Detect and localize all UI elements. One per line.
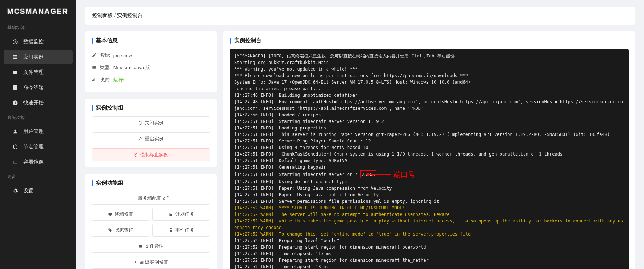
advanced-settings-button[interactable]: 高级实例设置 <box>92 256 210 269</box>
server-config-button[interactable]: 服务端配置文件 <box>92 192 210 205</box>
arrow-icon <box>369 174 391 175</box>
file-manage-button[interactable]: 文件管理 <box>92 240 210 253</box>
logo-text: MCSMANAGER <box>7 7 69 16</box>
console-card: 实例控制台 [MCSMANAGER] [INFO] 仿真终端模式已生效，您可以直… <box>223 31 635 269</box>
advanced-settings-label: 高级实例设置 <box>140 259 168 265</box>
console-title: 实例控制台 <box>230 37 629 44</box>
restart-btn-label: 重启实例 <box>145 136 164 142</box>
terminal-line: [14:27:52 INFO]: Preparing level "world" <box>234 237 624 244</box>
breadcrumb: 控制面板 / 实例控制台 <box>85 7 635 25</box>
sidebar-item-instances[interactable]: 应用实例 <box>4 50 73 64</box>
sidebar-item-settings[interactable]: 设置 <box>4 184 73 198</box>
folder-icon <box>12 69 18 75</box>
scheduled-tasks-label: 计划任务 <box>175 211 194 217</box>
file-manage-label: 文件管理 <box>145 243 164 249</box>
file-icon <box>169 228 173 232</box>
terminal-line: [14:27:51 INFO]: Paper: Using Java compr… <box>234 185 624 192</box>
terminal-line: [14:27:52 WARN]: The server will make no… <box>234 211 624 218</box>
tag-icon <box>108 228 112 232</box>
terminal-line: [14:27:51 INFO]: Using 4 threads for Net… <box>234 144 624 151</box>
terminal-line: [14:27:51 INFO]: This server is running … <box>234 131 624 138</box>
terminal-line: *** Warning, you've not updated in a whi… <box>234 66 624 72</box>
terminal-line: [14:27:52 WARN]: **** SERVER IS RUNNING … <box>234 205 624 211</box>
status-query-label: 状态查询 <box>115 227 133 233</box>
node-icon <box>12 144 18 150</box>
type-label: 类型: <box>100 64 111 71</box>
basic-info-card: 基本信息 名称: jon snow 类型: Minecraft Java 版 状… <box>85 31 217 92</box>
info-name: 名称: jon snow <box>92 49 210 61</box>
section-more-label: 更多 <box>0 170 76 183</box>
terminal-line: [14:27:51 INFO]: Starting minecraft serv… <box>234 118 624 125</box>
sidebar-item-files[interactable]: 文件管理 <box>4 65 73 80</box>
sidebar-item-label: 数据监控 <box>23 39 44 45</box>
section-basic-label: 基础功能 <box>0 21 76 34</box>
main-content: 控制面板 / 实例控制台 基本信息 名称: jon snow 类型: Minec… <box>76 0 644 269</box>
sidebar-item-label: 容器镜像 <box>23 159 44 165</box>
terminal-line: Loading libraries, please wait... <box>234 85 624 92</box>
terminal-line: Starting org.bukkit.craftbukkit.Main <box>234 59 624 66</box>
calendar-icon <box>169 212 173 216</box>
event-tasks-button[interactable]: 事件任务 <box>152 224 210 237</box>
terminal-icon <box>12 85 18 91</box>
sidebar: MCSMANAGER 基础功能 数据监控 应用实例 文件管理 命令终端 快速开始… <box>0 0 76 269</box>
sidebar-item-terminal[interactable]: 命令终端 <box>4 80 73 95</box>
gear-icon <box>12 188 18 194</box>
clock-icon <box>12 39 18 45</box>
terminal-settings-button[interactable]: 终端设置 <box>92 208 149 221</box>
reload-icon <box>138 137 143 141</box>
danger-icon <box>133 153 138 157</box>
kill-btn-label: 强制终止实例 <box>140 152 168 158</box>
sidebar-item-label: 设置 <box>23 188 33 194</box>
event-tasks-label: 事件任务 <box>175 227 194 233</box>
basic-info-title: 基本信息 <box>92 37 210 44</box>
terminal-settings-label: 终端设置 <box>115 211 133 217</box>
terminal-line: *** Please download a new build as per i… <box>234 72 624 79</box>
stop-icon <box>138 121 143 125</box>
terminal-line: [14:27:46 INFO]: Building unoptimized da… <box>234 92 624 99</box>
terminal-output[interactable]: [MCSMANAGER] [INFO] 仿真终端模式已生效，您可以直接在终端内直… <box>230 49 629 269</box>
kill-instance-button[interactable]: 强制终止实例 <box>92 148 210 161</box>
control-group-card: 实例控制组 关闭实例 重启实例 强制终止实例 <box>85 99 217 167</box>
logo: MCSMANAGER <box>0 4 76 21</box>
terminal-line: [14:27:52 INFO]: Preparing start region … <box>234 257 624 264</box>
close-btn-label: 关闭实例 <box>145 120 164 126</box>
status-query-button[interactable]: 状态查询 <box>92 224 149 237</box>
sidebar-item-label: 文件管理 <box>23 69 44 76</box>
sidebar-item-nodes[interactable]: 节点管理 <box>4 140 73 154</box>
name-label: 名称: <box>100 52 111 59</box>
terminal-line: [MCSMANAGER] [INFO] 仿真终端模式已生效，您可以直接在终端内直… <box>234 53 624 59</box>
terminal-line: [14:27:51 INFO]: Paper: Using Java ciphe… <box>234 192 624 198</box>
name-value: jon snow <box>113 53 132 58</box>
terminal-line: [14:27:48 INFO]: Environment: authHost='… <box>234 99 624 112</box>
terminal-line: [14:27:51 INFO]: [ChunkTaskScheduler] Ch… <box>234 151 624 157</box>
settings-icon <box>133 260 138 264</box>
sidebar-item-label: 快速开始 <box>23 100 44 106</box>
sidebar-item-label: 应用实例 <box>23 54 44 60</box>
terminal-line: [14:27:50 INFO]: Loaded 7 recipes <box>234 112 624 118</box>
sidebar-item-monitor[interactable]: 数据监控 <box>4 35 73 49</box>
func-group-title: 实例功能组 <box>92 180 210 186</box>
control-group-title: 实例控制组 <box>92 104 210 111</box>
breadcrumb-text: 控制面板 / 实例控制台 <box>92 12 143 18</box>
signal-icon <box>92 77 97 83</box>
sidebar-item-images[interactable]: 容器镜像 <box>4 155 73 169</box>
sidebar-item-label: 节点管理 <box>23 144 44 150</box>
terminal-line: [14:27:52 INFO]: Time elapsed: 18 ms <box>234 264 624 269</box>
restart-instance-button[interactable]: 重启实例 <box>92 132 210 145</box>
folder-open-icon <box>138 244 143 248</box>
terminal-line: [14:27:52 WARN]: While this makes the ga… <box>234 218 624 231</box>
sidebar-item-users[interactable]: 用户管理 <box>4 124 73 139</box>
database-icon <box>12 54 18 60</box>
type-value: Minecraft Java 版 <box>113 64 150 71</box>
user-icon <box>12 129 18 134</box>
scheduled-tasks-button[interactable]: 计划任务 <box>152 208 210 221</box>
terminal-line: [14:27:51 INFO]: Server permissions file… <box>234 198 624 205</box>
sliders-icon <box>131 196 136 200</box>
terminal-line: [14:27:51 INFO]: Generating keypair <box>234 164 624 170</box>
terminal-line: [14:27:51 INFO]: Using default channel t… <box>234 178 624 185</box>
terminal-line: [14:27:52 WARN]: To change this, set "on… <box>234 231 624 237</box>
close-instance-button[interactable]: 关闭实例 <box>92 116 210 129</box>
annotation-label: 端口号 <box>393 169 415 180</box>
monitor-icon <box>108 212 112 216</box>
sidebar-item-quickstart[interactable]: 快速开始 <box>4 96 73 110</box>
